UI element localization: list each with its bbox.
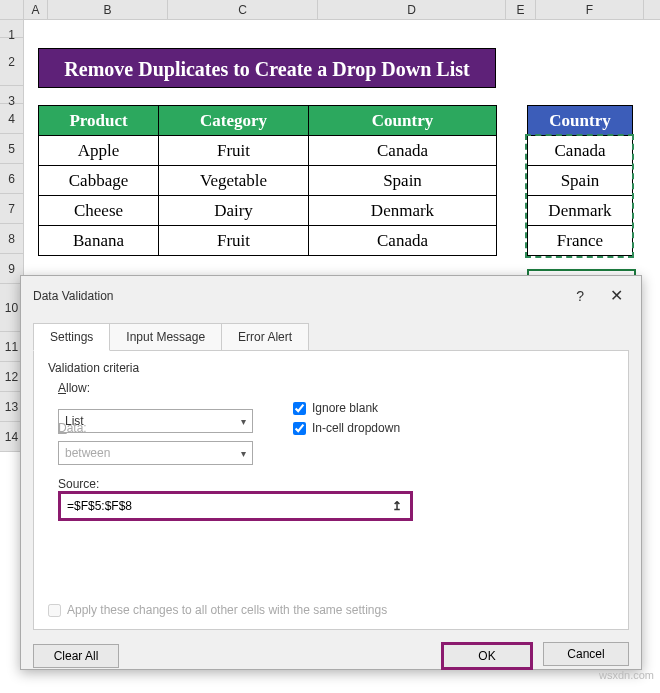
- allow-label: Allow:: [58, 381, 258, 395]
- source-field-wrapper: ↥: [58, 491, 413, 521]
- collapse-dialog-icon[interactable]: ↥: [388, 499, 406, 513]
- cell[interactable]: Cheese: [39, 196, 159, 226]
- col-e[interactable]: E: [506, 0, 536, 19]
- dialog-tabs: Settings Input Message Error Alert: [33, 323, 629, 351]
- dialog-buttons: Clear All OK Cancel: [21, 642, 641, 684]
- tab-body: Validation criteria Allow: List ▾ Ignore…: [33, 350, 629, 630]
- header-product[interactable]: Product: [39, 106, 159, 136]
- data-validation-dialog: Data Validation ? ✕ Settings Input Messa…: [20, 275, 642, 670]
- row-2[interactable]: 2: [0, 38, 24, 86]
- validation-criteria-label: Validation criteria: [48, 361, 614, 375]
- cell[interactable]: Vegetable: [159, 166, 309, 196]
- tab-settings[interactable]: Settings: [33, 323, 110, 351]
- cell[interactable]: Canada: [309, 226, 497, 256]
- help-button[interactable]: ?: [576, 288, 584, 304]
- col-b[interactable]: B: [48, 0, 168, 19]
- row-3[interactable]: 3: [0, 86, 24, 104]
- cell[interactable]: Cabbage: [39, 166, 159, 196]
- data-label: Data:: [58, 421, 258, 435]
- header-country2[interactable]: Country: [528, 106, 633, 136]
- source-label: Source:: [58, 477, 614, 491]
- cell[interactable]: Banana: [39, 226, 159, 256]
- apply-changes-input: [48, 604, 61, 617]
- in-cell-dropdown-input[interactable]: [293, 422, 306, 435]
- cell[interactable]: Dairy: [159, 196, 309, 226]
- dialog-title: Data Validation: [33, 289, 576, 303]
- cell[interactable]: Canada: [309, 136, 497, 166]
- row-4[interactable]: 4: [0, 104, 24, 134]
- source-input[interactable]: [65, 497, 388, 515]
- cell[interactable]: Denmark: [528, 196, 633, 226]
- clear-all-button[interactable]: Clear All: [33, 644, 119, 668]
- ignore-blank-checkbox[interactable]: Ignore blank: [293, 401, 400, 415]
- in-cell-dropdown-checkbox[interactable]: In-cell dropdown: [293, 421, 400, 435]
- cell[interactable]: Spain: [528, 166, 633, 196]
- row-8[interactable]: 8: [0, 224, 24, 254]
- header-category[interactable]: Category: [159, 106, 309, 136]
- data-table: Product Category Country AppleFruitCanad…: [38, 105, 497, 256]
- data-dropdown: between ▾: [58, 441, 253, 465]
- row-1[interactable]: 1: [0, 20, 24, 38]
- cell[interactable]: Canada: [528, 136, 633, 166]
- column-headers: A B C D E F: [0, 0, 660, 20]
- cell[interactable]: Denmark: [309, 196, 497, 226]
- cell[interactable]: Spain: [309, 166, 497, 196]
- country-table: Country Canada Spain Denmark France: [527, 105, 633, 256]
- dialog-titlebar[interactable]: Data Validation ? ✕: [21, 276, 641, 315]
- close-icon[interactable]: ✕: [604, 286, 629, 305]
- tab-input-message[interactable]: Input Message: [109, 323, 222, 351]
- ignore-blank-input[interactable]: [293, 402, 306, 415]
- col-f[interactable]: F: [536, 0, 644, 19]
- col-c[interactable]: C: [168, 0, 318, 19]
- cell[interactable]: France: [528, 226, 633, 256]
- row-7[interactable]: 7: [0, 194, 24, 224]
- watermark: wsxdn.com: [599, 669, 654, 681]
- header-country[interactable]: Country: [309, 106, 497, 136]
- tab-error-alert[interactable]: Error Alert: [221, 323, 309, 351]
- row-5[interactable]: 5: [0, 134, 24, 164]
- row-6[interactable]: 6: [0, 164, 24, 194]
- chevron-down-icon: ▾: [241, 448, 246, 459]
- cell[interactable]: Fruit: [159, 226, 309, 256]
- col-d[interactable]: D: [318, 0, 506, 19]
- ok-button[interactable]: OK: [441, 642, 533, 670]
- apply-changes-checkbox: Apply these changes to all other cells w…: [48, 603, 387, 617]
- cell[interactable]: Fruit: [159, 136, 309, 166]
- col-a[interactable]: A: [24, 0, 48, 19]
- data-value: between: [65, 446, 110, 460]
- title-banner: Remove Duplicates to Create a Drop Down …: [38, 48, 496, 88]
- cell[interactable]: Apple: [39, 136, 159, 166]
- cancel-button[interactable]: Cancel: [543, 642, 629, 666]
